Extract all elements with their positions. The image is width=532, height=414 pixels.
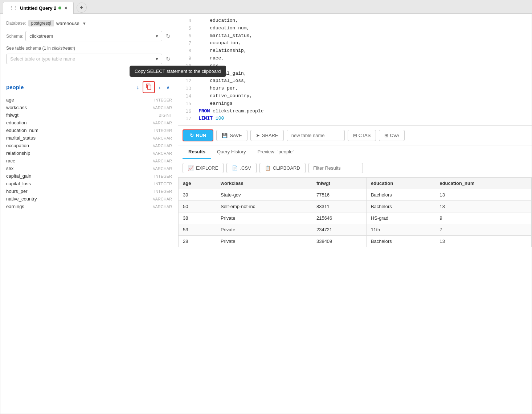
field-sex: sex VARCHAR — [6, 165, 172, 172]
cell-education_num: 13 — [435, 189, 532, 201]
cell-age: 50 — [179, 201, 216, 212]
cell-education: 11th — [366, 224, 435, 236]
table-row: 50Self-emp-not-inc83311Bachelors13 — [179, 201, 532, 212]
field-occupation: occupation VARCHAR — [6, 142, 172, 149]
cell-fnlwgt: 215646 — [312, 212, 366, 224]
cell-age: 38 — [179, 212, 216, 224]
field-fnlwgt: fnlwgt BIGINT — [6, 111, 172, 119]
cell-education: HS-grad — [366, 212, 435, 224]
action-bar: ↻ RUN 💾 SAVE ➤ SHARE ⊞ CTAS ⊞ — [178, 126, 532, 145]
run-icon: ↻ — [190, 133, 194, 138]
expand-icon[interactable]: ‹ — [156, 83, 163, 92]
table-actions: ↓ ‹ ∧ — [134, 81, 172, 93]
drag-handle-icon: ⋮⋮ — [9, 5, 18, 11]
main-layout: Database: postgresql warehouse ▾ Schema:… — [0, 14, 532, 414]
sort-icon[interactable]: ↓ — [134, 83, 141, 92]
code-editor[interactable]: 45678 910111213 14151617 education, educ… — [178, 14, 532, 126]
cell-workclass: Self-emp-not-inc — [216, 201, 312, 212]
col-header-education[interactable]: education — [366, 178, 435, 189]
cell-education: Bachelors — [366, 189, 435, 201]
field-list: age INTEGER workclass VARCHAR fnlwgt BIG… — [6, 96, 172, 210]
copy-clipboard-icon[interactable] — [143, 81, 155, 93]
table-row: 39State-gov77516Bachelors13 — [179, 189, 532, 201]
database-label: Database: — [6, 21, 26, 26]
share-button[interactable]: ➤ SHARE — [250, 130, 284, 141]
table-select-row: Select table or type table name ▾ ↻ — [6, 54, 172, 64]
tab-preview-people[interactable]: Preview: `people` — [251, 145, 300, 159]
cell-fnlwgt: 77516 — [312, 189, 366, 201]
field-marital_status: marital_status VARCHAR — [6, 134, 172, 142]
cell-education_num: 13 — [435, 201, 532, 212]
field-relationship: relationship VARCHAR — [6, 149, 172, 157]
database-row: Database: postgresql warehouse ▾ — [6, 20, 172, 26]
tab-close-icon[interactable]: × — [64, 5, 67, 11]
field-earnings: earnings VARCHAR — [6, 203, 172, 210]
explore-button[interactable]: 📈 EXPLORE — [183, 163, 224, 173]
add-tab-button[interactable]: + — [77, 3, 87, 13]
field-education: education VARCHAR — [6, 119, 172, 127]
field-capital_loss: capital_loss INTEGER — [6, 180, 172, 187]
results-table-container: age workclass fnlwgt education education… — [178, 177, 532, 414]
col-header-workclass[interactable]: workclass — [216, 178, 312, 189]
field-workclass: workclass VARCHAR — [6, 104, 172, 111]
cell-workclass: Private — [216, 224, 312, 236]
cva-button[interactable]: ⊞ CVA — [379, 130, 405, 141]
table-select[interactable]: Select table or type table name ▾ — [6, 54, 162, 64]
field-age: age INTEGER — [6, 96, 172, 104]
tab-results[interactable]: Results — [183, 145, 211, 159]
ctas-button[interactable]: ⊞ CTAS — [348, 130, 376, 141]
results-table: age workclass fnlwgt education education… — [178, 177, 532, 247]
run-button[interactable]: ↻ RUN — [183, 129, 213, 141]
table-icon2: ⊞ — [384, 133, 388, 138]
field-capital_gain: capital_gain INTEGER — [6, 172, 172, 180]
table-header: people ↓ ‹ ∧ — [6, 81, 172, 93]
cell-workclass: State-gov — [216, 189, 312, 201]
cell-workclass: Private — [216, 236, 312, 247]
cell-age: 28 — [179, 236, 216, 247]
cell-education: Bachelors — [366, 201, 435, 212]
collapse-icon[interactable]: ∧ — [164, 83, 172, 92]
schema-select[interactable]: clickstream ▾ — [25, 31, 162, 41]
file-icon: 📄 — [232, 165, 238, 171]
table-section: people ↓ ‹ ∧ age — [6, 81, 172, 210]
cell-education: Bachelors — [366, 236, 435, 247]
cell-workclass: Private — [216, 212, 312, 224]
share-icon: ➤ — [256, 133, 260, 138]
col-header-education_num[interactable]: education_num — [435, 178, 532, 189]
app-container: ⋮⋮ Untitled Query 2 × + Database: postgr… — [0, 0, 532, 414]
chevron-down-icon[interactable]: ▾ — [83, 21, 86, 26]
database-badge: postgresql — [28, 20, 54, 26]
main-tab[interactable]: ⋮⋮ Untitled Query 2 × — [3, 2, 74, 14]
clipboard-tooltip: Copy SELECT statement to the clipboard — [130, 66, 226, 77]
cell-age: 39 — [179, 189, 216, 201]
cell-education_num: 7 — [435, 224, 532, 236]
new-table-name-input[interactable] — [287, 130, 345, 141]
table-row: 38Private215646HS-grad9 — [179, 212, 532, 224]
filter-results-input[interactable] — [308, 163, 363, 173]
database-warehouse: warehouse — [56, 21, 79, 26]
chevron-down-icon: ▾ — [156, 56, 158, 62]
refresh-schema-button[interactable]: ↻ — [164, 31, 172, 41]
cell-fnlwgt: 83311 — [312, 201, 366, 212]
schema-note: See table schema (1 in clickstream) — [6, 46, 172, 51]
right-panel: 45678 910111213 14151617 education, educ… — [178, 14, 532, 414]
refresh-table-button[interactable]: ↻ — [164, 54, 172, 64]
col-header-fnlwgt[interactable]: fnlwgt — [312, 178, 366, 189]
col-header-age[interactable]: age — [179, 178, 216, 189]
cell-education_num: 13 — [435, 236, 532, 247]
table-name-label: people — [6, 84, 24, 90]
cell-age: 53 — [179, 224, 216, 236]
save-button[interactable]: 💾 SAVE — [216, 130, 247, 141]
results-tabs: Results Query History Preview: `people` — [178, 145, 532, 159]
results-toolbar: 📈 EXPLORE 📄 .CSV 📋 CLIPBOARD — [178, 159, 532, 177]
field-native_country: native_country VARCHAR — [6, 195, 172, 203]
tab-active-dot — [58, 7, 61, 9]
clipboard-button[interactable]: 📋 CLIPBOARD — [259, 163, 306, 173]
schema-label: Schema: — [6, 34, 23, 39]
table-row: 28Private338409Bachelors13 — [179, 236, 532, 247]
tab-query-history[interactable]: Query History — [211, 145, 251, 159]
field-race: race VARCHAR — [6, 157, 172, 165]
csv-button[interactable]: 📄 .CSV — [226, 163, 256, 173]
field-education_num: education_num INTEGER — [6, 127, 172, 134]
tab-bar: ⋮⋮ Untitled Query 2 × + — [0, 0, 532, 14]
